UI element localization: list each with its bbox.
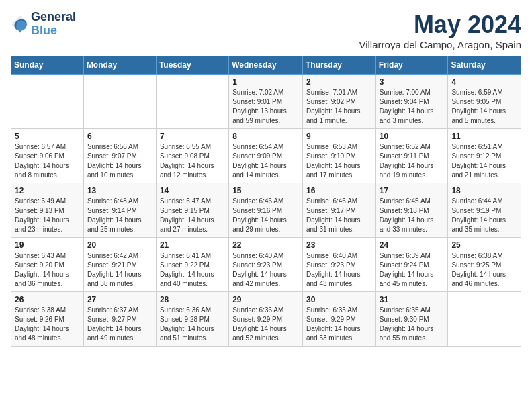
page-header: General Blue May 2024 Villarroya del Cam… <box>11 11 521 50</box>
day-info: Sunrise: 6:59 AM Sunset: 9:05 PM Dayligh… <box>451 88 517 126</box>
day-info: Sunrise: 6:46 AM Sunset: 9:16 PM Dayligh… <box>232 197 299 234</box>
header-tuesday: Tuesday <box>156 56 228 75</box>
day-info: Sunrise: 6:40 AM Sunset: 9:23 PM Dayligh… <box>306 251 372 289</box>
day-number: 31 <box>380 295 445 304</box>
calendar-cell: 28Sunrise: 6:36 AM Sunset: 9:28 PM Dayli… <box>156 292 228 347</box>
day-info: Sunrise: 6:54 AM Sunset: 9:09 PM Dayligh… <box>232 142 299 180</box>
day-number: 12 <box>15 186 80 195</box>
calendar-cell: 11Sunrise: 6:51 AM Sunset: 9:12 PM Dayli… <box>448 129 521 183</box>
day-info: Sunrise: 6:46 AM Sunset: 9:17 PM Dayligh… <box>306 197 372 234</box>
calendar-cell: 5Sunrise: 6:57 AM Sunset: 9:06 PM Daylig… <box>11 129 84 183</box>
calendar-cell: 31Sunrise: 6:35 AM Sunset: 9:30 PM Dayli… <box>375 292 448 347</box>
day-number: 29 <box>232 295 299 304</box>
location: Villarroya del Campo, Aragon, Spain <box>359 39 521 50</box>
logo-text: General Blue <box>31 11 76 38</box>
day-info: Sunrise: 6:42 AM Sunset: 9:21 PM Dayligh… <box>87 251 152 289</box>
day-number: 18 <box>451 186 517 195</box>
day-number: 30 <box>306 295 372 304</box>
day-number: 20 <box>87 240 152 250</box>
calendar-cell: 19Sunrise: 6:43 AM Sunset: 9:20 PM Dayli… <box>11 238 84 292</box>
day-number: 4 <box>451 77 517 87</box>
day-number: 21 <box>160 240 225 250</box>
day-number: 1 <box>232 77 299 87</box>
day-info: Sunrise: 6:35 AM Sunset: 9:29 PM Dayligh… <box>306 306 372 343</box>
day-info: Sunrise: 7:02 AM Sunset: 9:01 PM Dayligh… <box>232 88 299 126</box>
day-info: Sunrise: 6:36 AM Sunset: 9:29 PM Dayligh… <box>232 306 299 343</box>
calendar-cell: 23Sunrise: 6:40 AM Sunset: 9:23 PM Dayli… <box>302 238 375 292</box>
day-info: Sunrise: 6:52 AM Sunset: 9:11 PM Dayligh… <box>380 142 445 180</box>
day-info: Sunrise: 6:38 AM Sunset: 9:26 PM Dayligh… <box>15 306 80 343</box>
day-number: 10 <box>380 132 445 141</box>
calendar-week-row: 19Sunrise: 6:43 AM Sunset: 9:20 PM Dayli… <box>11 238 521 292</box>
calendar-cell: 27Sunrise: 6:37 AM Sunset: 9:27 PM Dayli… <box>83 292 156 347</box>
day-number: 2 <box>306 77 372 87</box>
logo-icon <box>11 15 30 34</box>
calendar-cell: 18Sunrise: 6:44 AM Sunset: 9:19 PM Dayli… <box>448 183 521 238</box>
day-number: 6 <box>87 132 152 141</box>
calendar-cell: 1Sunrise: 7:02 AM Sunset: 9:01 PM Daylig… <box>229 75 303 129</box>
day-number: 19 <box>15 240 80 250</box>
day-number: 24 <box>380 240 445 250</box>
calendar-cell <box>83 75 156 129</box>
day-info: Sunrise: 6:40 AM Sunset: 9:23 PM Dayligh… <box>232 251 299 289</box>
calendar-cell: 10Sunrise: 6:52 AM Sunset: 9:11 PM Dayli… <box>375 129 448 183</box>
calendar-cell: 29Sunrise: 6:36 AM Sunset: 9:29 PM Dayli… <box>229 292 303 347</box>
day-number: 8 <box>232 132 299 141</box>
calendar-week-row: 5Sunrise: 6:57 AM Sunset: 9:06 PM Daylig… <box>11 129 521 183</box>
day-info: Sunrise: 6:56 AM Sunset: 9:07 PM Dayligh… <box>87 142 152 180</box>
day-number: 9 <box>306 132 372 141</box>
calendar-cell: 20Sunrise: 6:42 AM Sunset: 9:21 PM Dayli… <box>83 238 156 292</box>
day-number: 16 <box>306 186 372 195</box>
calendar-cell: 12Sunrise: 6:49 AM Sunset: 9:13 PM Dayli… <box>11 183 84 238</box>
calendar-cell: 9Sunrise: 6:53 AM Sunset: 9:10 PM Daylig… <box>302 129 375 183</box>
day-number: 5 <box>15 132 80 141</box>
calendar-week-row: 1Sunrise: 7:02 AM Sunset: 9:01 PM Daylig… <box>11 75 521 129</box>
day-number: 7 <box>160 132 225 141</box>
header-saturday: Saturday <box>448 56 521 75</box>
calendar-week-row: 26Sunrise: 6:38 AM Sunset: 9:26 PM Dayli… <box>11 292 521 347</box>
calendar-cell: 30Sunrise: 6:35 AM Sunset: 9:29 PM Dayli… <box>302 292 375 347</box>
day-info: Sunrise: 6:47 AM Sunset: 9:15 PM Dayligh… <box>160 197 225 234</box>
day-number: 14 <box>160 186 225 195</box>
header-thursday: Thursday <box>302 56 375 75</box>
calendar-cell: 17Sunrise: 6:45 AM Sunset: 9:18 PM Dayli… <box>375 183 448 238</box>
day-number: 15 <box>232 186 299 195</box>
calendar-cell: 8Sunrise: 6:54 AM Sunset: 9:09 PM Daylig… <box>229 129 303 183</box>
day-info: Sunrise: 7:01 AM Sunset: 9:02 PM Dayligh… <box>306 88 372 126</box>
calendar-cell: 15Sunrise: 6:46 AM Sunset: 9:16 PM Dayli… <box>229 183 303 238</box>
calendar-cell: 26Sunrise: 6:38 AM Sunset: 9:26 PM Dayli… <box>11 292 84 347</box>
calendar-cell: 22Sunrise: 6:40 AM Sunset: 9:23 PM Dayli… <box>229 238 303 292</box>
day-number: 26 <box>15 295 80 304</box>
day-number: 3 <box>380 77 445 87</box>
calendar-cell: 2Sunrise: 7:01 AM Sunset: 9:02 PM Daylig… <box>302 75 375 129</box>
day-info: Sunrise: 6:43 AM Sunset: 9:20 PM Dayligh… <box>15 251 80 289</box>
day-info: Sunrise: 6:48 AM Sunset: 9:14 PM Dayligh… <box>87 197 152 234</box>
calendar-cell <box>448 292 521 347</box>
logo: General Blue <box>11 11 76 38</box>
day-info: Sunrise: 6:51 AM Sunset: 9:12 PM Dayligh… <box>451 142 517 180</box>
day-info: Sunrise: 6:53 AM Sunset: 9:10 PM Dayligh… <box>306 142 372 180</box>
day-info: Sunrise: 6:38 AM Sunset: 9:25 PM Dayligh… <box>451 251 517 289</box>
day-number: 13 <box>87 186 152 195</box>
day-info: Sunrise: 6:49 AM Sunset: 9:13 PM Dayligh… <box>15 197 80 234</box>
day-number: 27 <box>87 295 152 304</box>
day-number: 11 <box>451 132 517 141</box>
day-info: Sunrise: 6:45 AM Sunset: 9:18 PM Dayligh… <box>380 197 445 234</box>
calendar-cell: 14Sunrise: 6:47 AM Sunset: 9:15 PM Dayli… <box>156 183 228 238</box>
day-number: 28 <box>160 295 225 304</box>
day-info: Sunrise: 6:39 AM Sunset: 9:24 PM Dayligh… <box>380 251 445 289</box>
header-monday: Monday <box>83 56 156 75</box>
calendar-cell: 3Sunrise: 7:00 AM Sunset: 9:04 PM Daylig… <box>375 75 448 129</box>
calendar-header-row: SundayMondayTuesdayWednesdayThursdayFrid… <box>11 56 521 75</box>
calendar-cell: 7Sunrise: 6:55 AM Sunset: 9:08 PM Daylig… <box>156 129 228 183</box>
calendar-cell: 25Sunrise: 6:38 AM Sunset: 9:25 PM Dayli… <box>448 238 521 292</box>
day-number: 25 <box>451 240 517 250</box>
day-number: 23 <box>306 240 372 250</box>
calendar-cell <box>11 75 84 129</box>
calendar-cell: 4Sunrise: 6:59 AM Sunset: 9:05 PM Daylig… <box>448 75 521 129</box>
header-friday: Friday <box>375 56 448 75</box>
day-info: Sunrise: 6:55 AM Sunset: 9:08 PM Dayligh… <box>160 142 225 180</box>
day-info: Sunrise: 6:35 AM Sunset: 9:30 PM Dayligh… <box>380 306 445 343</box>
title-block: May 2024 Villarroya del Campo, Aragon, S… <box>359 11 521 50</box>
calendar-cell: 16Sunrise: 6:46 AM Sunset: 9:17 PM Dayli… <box>302 183 375 238</box>
